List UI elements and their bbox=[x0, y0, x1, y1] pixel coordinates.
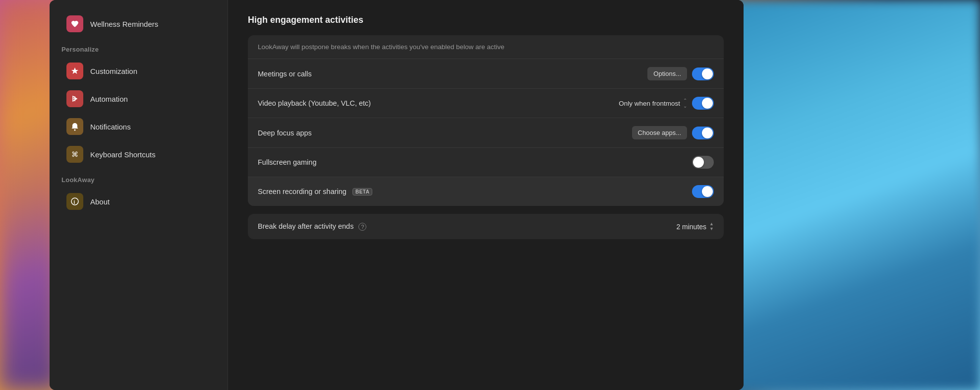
deep-focus-choose-button[interactable]: Choose apps... bbox=[632, 126, 687, 139]
fullscreen-gaming-controls bbox=[692, 156, 714, 169]
break-delay-dropdown[interactable]: 2 minutes ▲ ▼ bbox=[676, 222, 714, 231]
deep-focus-toggle[interactable] bbox=[692, 127, 714, 139]
sidebar: Wellness Reminders Personalize Customiza… bbox=[50, 0, 228, 390]
sidebar-item-label: Keyboard Shortcuts bbox=[90, 150, 156, 159]
deep-focus-toggle-thumb bbox=[702, 128, 713, 138]
sidebar-item-automation[interactable]: Automation bbox=[55, 85, 223, 112]
fullscreen-gaming-toggle-thumb bbox=[693, 157, 704, 168]
sidebar-item-keyboard-shortcuts[interactable]: ⌘ Keyboard Shortcuts bbox=[55, 141, 223, 168]
deep-focus-label: Deep focus apps bbox=[258, 129, 312, 137]
video-controls: Only when frontmost ⌃⌄ bbox=[619, 97, 714, 110]
setting-row-meetings: Meetings or calls Options... bbox=[248, 59, 724, 89]
sidebar-item-label: About bbox=[90, 197, 110, 206]
app-window: Wellness Reminders Personalize Customiza… bbox=[50, 0, 744, 390]
screen-recording-toggle[interactable] bbox=[692, 185, 714, 198]
sidebar-item-customization[interactable]: Customization bbox=[55, 58, 223, 84]
setting-row-video: Video playback (Youtube, VLC, etc) Only … bbox=[248, 89, 724, 118]
meetings-controls: Options... bbox=[647, 67, 714, 80]
video-toggle[interactable] bbox=[692, 97, 714, 110]
meetings-toggle-thumb bbox=[702, 68, 713, 79]
break-delay-stepper-arrows: ▲ ▼ bbox=[709, 222, 714, 231]
meetings-options-button[interactable]: Options... bbox=[647, 67, 687, 80]
svg-text:⌘: ⌘ bbox=[71, 150, 78, 158]
sidebar-item-wellness-reminders[interactable]: Wellness Reminders bbox=[55, 10, 223, 37]
video-dropdown-label: Only when frontmost bbox=[619, 100, 680, 107]
automation-icon bbox=[66, 90, 83, 107]
break-delay-controls: 2 minutes ▲ ▼ bbox=[676, 222, 714, 231]
high-engagement-card: LookAway will postpone breaks when the a… bbox=[248, 35, 724, 206]
sidebar-item-label: Wellness Reminders bbox=[90, 20, 158, 28]
personalize-section-label: Personalize bbox=[50, 38, 228, 57]
stepper-up-arrow: ▲ bbox=[709, 222, 714, 226]
break-delay-question-icon[interactable]: ? bbox=[358, 223, 366, 231]
fullscreen-gaming-toggle[interactable] bbox=[692, 156, 714, 169]
svg-point-0 bbox=[74, 130, 76, 131]
bg-right-gradient bbox=[732, 0, 980, 390]
meetings-label: Meetings or calls bbox=[258, 70, 312, 78]
deep-focus-controls: Choose apps... bbox=[632, 126, 714, 139]
video-dropdown[interactable]: Only when frontmost ⌃⌄ bbox=[619, 98, 687, 109]
video-dropdown-arrow: ⌃⌄ bbox=[683, 98, 687, 109]
video-toggle-thumb bbox=[702, 98, 713, 109]
card-description: LookAway will postpone breaks when the a… bbox=[248, 35, 724, 59]
section-title: High engagement activities bbox=[248, 15, 724, 25]
break-delay-row: Break delay after activity ends ? 2 minu… bbox=[248, 214, 724, 239]
sidebar-item-label: Automation bbox=[90, 95, 128, 103]
setting-row-fullscreen-gaming: Fullscreen gaming bbox=[248, 148, 724, 177]
svg-text:i: i bbox=[74, 199, 75, 205]
stepper-down-arrow: ▼ bbox=[709, 227, 714, 231]
lookaway-section-label: LookAway bbox=[50, 168, 228, 188]
sidebar-item-label: Notifications bbox=[90, 123, 131, 131]
sidebar-item-about[interactable]: i About bbox=[55, 188, 223, 215]
setting-row-deep-focus: Deep focus apps Choose apps... bbox=[248, 118, 724, 148]
setting-row-screen-recording: Screen recording or sharing BETA bbox=[248, 177, 724, 206]
break-delay-label: Break delay after activity ends ? bbox=[258, 222, 366, 231]
main-content: High engagement activities LookAway will… bbox=[228, 0, 744, 390]
break-delay-value: 2 minutes bbox=[676, 223, 706, 231]
screen-recording-label: Screen recording or sharing BETA bbox=[258, 188, 372, 196]
break-delay-card: Break delay after activity ends ? 2 minu… bbox=[248, 214, 724, 239]
customization-icon bbox=[66, 63, 83, 79]
meetings-toggle[interactable] bbox=[692, 67, 714, 80]
video-label: Video playback (Youtube, VLC, etc) bbox=[258, 99, 371, 107]
notifications-icon bbox=[66, 118, 83, 135]
keyboard-shortcuts-icon: ⌘ bbox=[66, 146, 83, 163]
about-icon: i bbox=[66, 193, 83, 210]
wellness-reminders-icon bbox=[66, 15, 83, 32]
fullscreen-gaming-label: Fullscreen gaming bbox=[258, 158, 316, 166]
sidebar-item-label: Customization bbox=[90, 67, 137, 75]
screen-recording-controls bbox=[692, 185, 714, 198]
screen-recording-toggle-thumb bbox=[702, 186, 713, 197]
beta-badge: BETA bbox=[352, 188, 372, 195]
sidebar-item-notifications[interactable]: Notifications bbox=[55, 113, 223, 140]
